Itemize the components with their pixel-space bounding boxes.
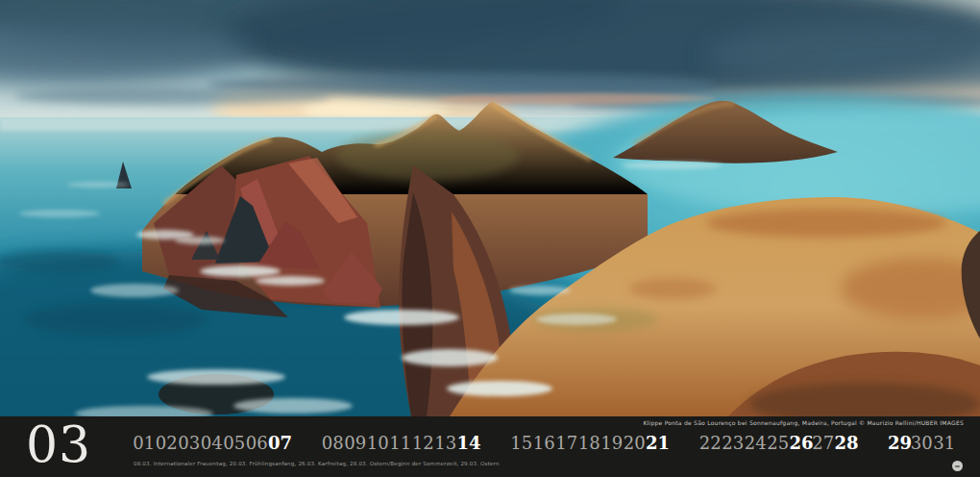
foam-12	[536, 314, 617, 325]
day-number: 23	[722, 434, 745, 453]
photo-caption: Klippe Ponta de São Lourenço bei Sonnena…	[643, 419, 964, 427]
russet-patch-3	[629, 278, 716, 299]
foam-16	[67, 182, 129, 188]
week-group: 293031	[888, 434, 956, 453]
holidays-footnote: 08.03. Internationaler Frauentag, 20.03.…	[134, 461, 500, 467]
day-number-highlighted: 28	[835, 434, 858, 453]
day-number: 19	[600, 434, 624, 453]
water-texture-1	[24, 302, 207, 337]
foam-2	[256, 276, 325, 286]
foam-9	[147, 369, 285, 385]
date-strip: 0102030405060708091011121314151617181920…	[133, 434, 956, 453]
day-number: 30	[911, 434, 934, 453]
publisher-logo-icon	[952, 461, 963, 471]
foam-13	[509, 286, 571, 295]
calendar-page: Klippe Ponta de São Lourenço bei Sonnena…	[0, 0, 980, 477]
landscape-artwork	[0, 0, 980, 416]
foam-4	[136, 230, 194, 239]
day-number-highlighted: 26	[790, 434, 813, 453]
calendar-bar: Klippe Ponta de São Lourenço bei Sonnena…	[0, 416, 980, 477]
day-number: 31	[933, 434, 956, 453]
day-number: 03	[178, 434, 201, 453]
day-number: 06	[246, 434, 269, 453]
day-number: 10	[367, 434, 390, 453]
day-number: 08	[322, 434, 345, 453]
headland-green-tint	[336, 131, 519, 181]
foam-15	[19, 210, 100, 217]
photo-area	[0, 0, 980, 416]
logo-mark	[955, 465, 960, 467]
week-group: 15161718192021	[510, 434, 669, 453]
day-number: 02	[156, 434, 179, 453]
day-number: 22	[699, 434, 723, 453]
day-number: 15	[510, 434, 533, 453]
foam-14	[623, 162, 723, 169]
day-number: 18	[578, 434, 601, 453]
cloud-peach-streak-1	[437, 93, 716, 105]
week-group: 22232425262728	[699, 434, 858, 453]
day-number: 16	[533, 434, 556, 453]
day-number: 01	[133, 434, 156, 453]
cloud-streak-3	[14, 88, 331, 105]
day-number-highlighted: 07	[268, 434, 291, 453]
day-number: 25	[767, 434, 790, 453]
water-texture-3	[0, 250, 120, 273]
day-number: 17	[555, 434, 578, 453]
day-number: 09	[344, 434, 367, 453]
day-number-highlighted: 14	[457, 434, 480, 453]
foam-5	[90, 284, 179, 297]
day-number: 04	[201, 434, 224, 453]
day-number: 27	[812, 434, 835, 453]
day-number: 11	[389, 434, 412, 453]
foam-8	[447, 381, 552, 396]
day-number: 20	[624, 434, 647, 453]
foam-6	[344, 310, 459, 325]
month-number: 03	[26, 419, 91, 469]
russet-patch-1	[706, 209, 946, 238]
week-group: 08091011121314	[322, 434, 480, 453]
day-number-highlighted: 21	[646, 434, 669, 453]
week-group: 01020304050607	[133, 434, 291, 453]
day-number: 24	[745, 434, 768, 453]
day-number-highlighted: 29	[888, 434, 911, 453]
day-number: 13	[434, 434, 457, 453]
foam-1	[200, 265, 281, 277]
foam-7	[402, 349, 498, 366]
day-number: 05	[223, 434, 246, 453]
day-number: 12	[412, 434, 435, 453]
foam-10	[233, 398, 353, 414]
